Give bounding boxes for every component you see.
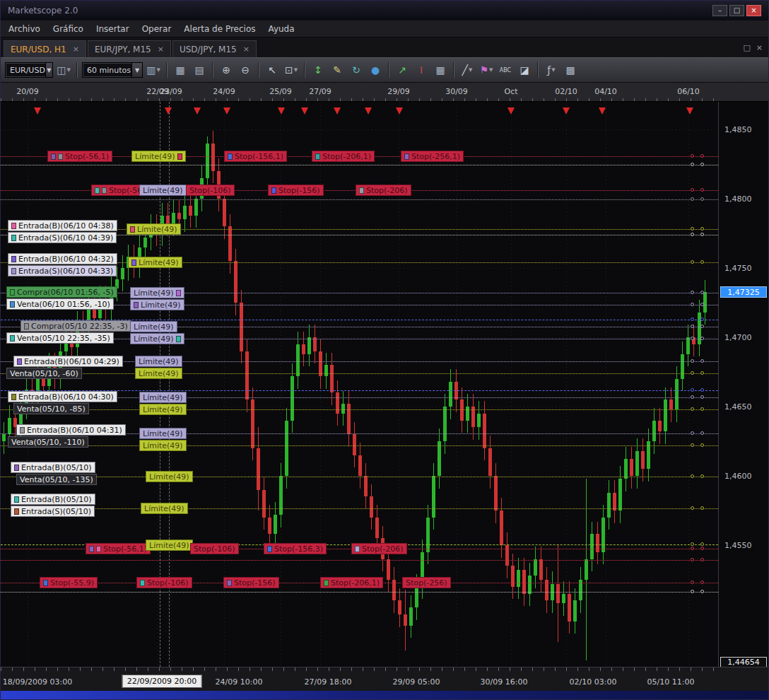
order-label[interactable]: Stop(-206) [351,543,407,554]
tab-usdjpy-m15[interactable]: USD/JPY, M15 × [172,40,257,57]
order-label[interactable]: Venta(05/10 22:35, -35) [6,332,114,344]
order-label[interactable]: Entrada(S)(05/10) [11,506,95,517]
zoom-in-icon[interactable]: ⊕ [218,62,235,78]
web-icon[interactable]: ● [367,62,384,78]
order-label[interactable]: Límite(49) [127,223,181,235]
order-label[interactable]: Stop(-106) [186,185,235,196]
menu-grafico[interactable]: Gráfico [47,22,90,36]
order-label[interactable]: Límite(49) [135,368,182,379]
new-chart-icon[interactable]: ▦ [172,62,189,78]
order-level-line[interactable] [1,592,718,593]
order-label[interactable]: Stop(-156) [268,185,324,196]
order-label[interactable]: Stop(-106) [190,543,239,554]
order-label[interactable]: Límite(49) [131,151,186,162]
order-label[interactable]: Compra(06/10 01:56, -5) [6,286,117,298]
order-label[interactable]: Stop(-156) [223,577,279,588]
menu-insertar[interactable]: Insertar [90,22,136,36]
order-label[interactable]: Stop(-256) [402,577,451,588]
indicators-icon[interactable]: ƒ▼ [543,62,560,78]
price-alert-arrow[interactable] [194,107,201,115]
indicator-chart-icon[interactable]: ↗ [394,62,411,78]
line-tool-icon[interactable]: ╱▼ [459,62,476,78]
order-level-line[interactable] [1,477,718,477]
grid-settings-icon[interactable]: ▩ [562,62,579,78]
close-button[interactable]: × [746,5,761,16]
order-label[interactable]: Límite(49) [146,539,193,551]
candlestick-plot[interactable]: Stop(-56,1)Límite(49)Stop(-156,1)Stop(-2… [1,102,719,667]
eraser-icon[interactable]: ◪ [516,62,533,78]
order-label[interactable]: Stop(-156,3) [264,543,327,554]
order-label[interactable]: Entrada(B)(06/10 04:32) [8,253,117,264]
order-level-line[interactable] [1,560,718,561]
order-label[interactable]: Entrada(B)(05/10) [11,462,95,473]
price-alert-arrow[interactable] [334,107,341,115]
order-label[interactable]: Venta(05/10, -85) [13,403,89,414]
new-layout-icon[interactable]: ▤ [191,62,208,78]
order-label[interactable]: Stop(-56,1) [47,151,112,162]
order-label[interactable]: Stop(-55,9) [40,577,98,588]
order-label[interactable]: Entrada(B)(06/10 04:29) [13,356,123,367]
order-label[interactable]: Entrada(S)(06/10 04:33) [8,265,117,276]
chart-type-icon[interactable]: ▥▼ [145,62,162,78]
order-label[interactable]: Stop(-206) [356,185,411,196]
zoom-select-icon[interactable]: ⊡▼ [283,62,300,78]
order-label[interactable]: Entrada(B)(06/10 04:30) [8,391,117,402]
order-label[interactable]: Límite(49) [128,257,182,268]
order-label[interactable]: Entrada(S)(06/10 04:39) [8,232,117,243]
price-alert-arrow[interactable] [165,107,172,115]
order-label[interactable]: Límite(49) [139,428,187,439]
maximize-button[interactable]: □ [729,5,744,16]
zoom-out-icon[interactable]: ⊖ [237,62,254,78]
price-alert-arrow[interactable] [686,107,693,115]
label-tool-icon[interactable]: ABC [497,62,514,78]
order-label[interactable]: Límite(49) [130,287,184,298]
order-label[interactable]: Stop(-256,1) [401,151,464,162]
price-alert-arrow[interactable] [278,107,285,115]
refresh-icon[interactable]: ↻ [348,62,365,78]
instrument-combo[interactable]: EUR/USD▼ [5,62,53,78]
order-label[interactable]: Venta(05/10, -60) [6,368,82,379]
mdi-restore-icon[interactable]: □ [743,43,750,52]
data-window-icon[interactable]: ▦ [432,62,449,78]
menu-ayuda[interactable]: Ayuda [262,22,301,36]
price-alert-arrow[interactable] [507,107,515,115]
order-label[interactable]: Límite(49) [141,503,188,514]
price-alert-arrow[interactable] [301,107,308,115]
order-level-line[interactable] [1,165,718,165]
menu-alerta-de-precios[interactable]: Alerta de Precios [177,22,262,36]
tab-eurusd-h1[interactable]: EUR/USD, H1 × [4,40,86,57]
price-alert-arrow[interactable] [599,107,606,115]
order-label[interactable]: Venta(06/10 01:56, -10) [6,298,114,310]
order-label[interactable]: Entrada(B)(06/10 04:31) [16,424,126,436]
order-label[interactable]: Entrada(B)(05/10) [11,494,95,505]
order-label[interactable]: Compra(05/10 22:35, -3) [20,320,131,332]
tab-close-icon[interactable]: × [158,45,164,54]
menu-operar[interactable]: Operar [136,22,178,36]
tab-close-icon[interactable]: × [243,45,250,54]
order-level-line[interactable] [1,409,718,410]
order-label[interactable]: Límite(49) [130,299,184,310]
order-level-line[interactable] [1,508,718,509]
tab-close-icon[interactable]: × [73,45,79,54]
timeframe-combo[interactable]: 60 minutos▼ [82,62,143,78]
price-alert-arrow[interactable] [365,107,372,115]
marker-tool-icon[interactable]: ⚑▼ [478,62,495,78]
order-label[interactable]: Límite(49) [139,185,187,196]
tab-eurjpy-m15[interactable]: EUR/JPY, M15 × [88,40,171,57]
price-alert-arrow[interactable] [34,107,41,115]
order-label[interactable]: Stop(-156,1) [224,151,287,162]
order-label[interactable]: Venta(05/10, -135) [16,474,97,485]
order-label[interactable]: Entrada(B)(06/10 04:38) [8,220,117,231]
order-label[interactable]: Límite(49) [146,471,193,482]
order-level-line[interactable] [1,199,718,200]
price-alert-arrow[interactable] [563,107,570,115]
order-label[interactable]: Límite(49) [139,440,187,451]
order-level-line[interactable] [1,445,718,446]
order-label[interactable]: Stop(-56,1) [86,543,151,554]
order-label[interactable]: Límite(49) [135,356,182,367]
chevron-down-icon[interactable]: ▼ [45,63,52,77]
order-label[interactable]: Límite(49) [139,404,187,415]
order-label[interactable]: Stop(-106) [136,577,192,588]
chart-link-icon[interactable]: ◫▼ [55,62,72,78]
annotation-icon[interactable]: ✎ [329,62,346,78]
